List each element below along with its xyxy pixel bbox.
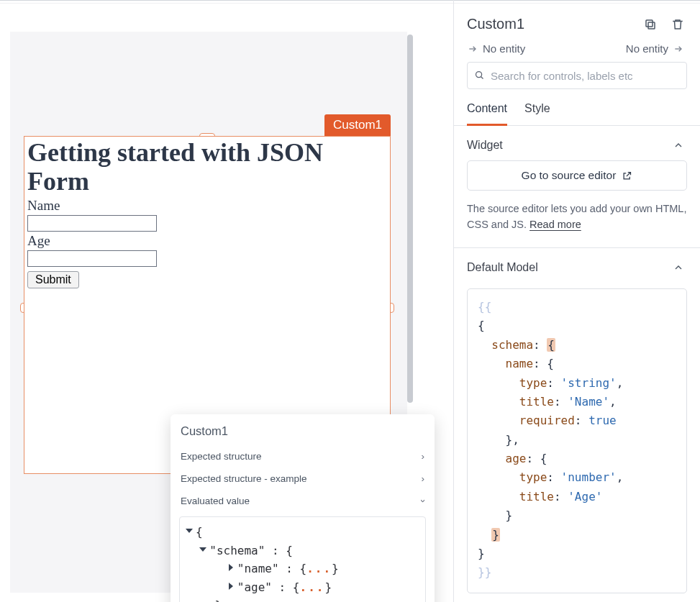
tab-style[interactable]: Style [524,98,550,125]
properties-panel: Custom1 No entity No entity Content Styl… [453,0,700,602]
code-open-delim: {{ [478,300,491,314]
chevron-up-icon [673,262,684,273]
canvas-scrollbar[interactable] [407,35,413,403]
go-to-source-label: Go to source editor [522,169,617,182]
evaluated-value-box[interactable]: { "schema" : { "name" : {...} "age" : {.… [179,516,426,602]
svg-rect-1 [646,20,653,27]
trash-icon[interactable] [671,18,684,31]
name-input[interactable] [27,215,157,232]
section-default-model-header[interactable]: Default Model [454,248,700,283]
code-close-delim: }} [478,565,491,579]
panel-tabs: Content Style [454,98,700,126]
default-model-code[interactable]: {{ { schema: { name: { type: 'string', t… [467,288,687,593]
arrow-right-icon [467,43,478,55]
copy-icon[interactable] [644,18,657,31]
row-expected-structure-label: Expected structure [181,451,262,462]
submit-button[interactable]: Submit [27,271,79,288]
go-to-source-button[interactable]: Go to source editor [467,160,687,191]
chevron-down-icon: › [417,499,428,503]
entity-in-label: No entity [483,42,525,55]
row-expected-structure[interactable]: Expected structure › [171,445,435,468]
chevron-right-icon: › [422,451,425,462]
widget-name-tag[interactable]: Custom1 [324,114,391,137]
search-icon [474,70,485,83]
tab-content[interactable]: Content [467,98,507,126]
section-default-model-label: Default Model [467,261,538,274]
chevron-up-icon [673,140,684,151]
entity-out[interactable]: No entity [626,42,684,55]
search-input[interactable] [467,62,687,89]
section-widget-label: Widget [467,139,503,152]
name-label: Name [27,198,387,214]
row-evaluated-value[interactable]: Evaluated value › [171,490,435,512]
section-widget-header[interactable]: Widget [454,126,700,160]
read-more-link[interactable]: Read more [529,219,581,230]
row-expected-example[interactable]: Expected structure - example › [171,468,435,490]
svg-rect-0 [648,22,655,29]
panel-title: Custom1 [467,16,524,32]
age-input[interactable] [27,250,157,267]
svg-point-2 [476,72,482,78]
arrow-right-icon [673,43,684,55]
chevron-right-icon: › [422,473,425,484]
entity-in[interactable]: No entity [467,42,525,55]
row-expected-example-label: Expected structure - example [181,473,307,484]
widget-note: The source editor lets you add your own … [454,191,700,237]
popover-title: Custom1 [171,424,435,445]
external-link-icon [622,170,632,181]
row-evaluated-value-label: Evaluated value [181,496,250,506]
binding-popover: Custom1 Expected structure › Expected st… [171,414,435,602]
form-title: Getting started with JSON Form [27,138,387,196]
age-label: Age [27,233,387,249]
entity-out-label: No entity [626,42,668,55]
